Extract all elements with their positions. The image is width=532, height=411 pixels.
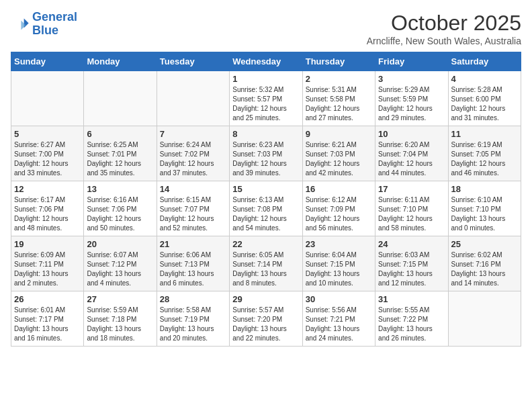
day-cell: 11Sunrise: 6:19 AM Sunset: 7:05 PM Dayli… — [448, 126, 521, 181]
day-number: 24 — [378, 239, 445, 249]
day-detail: Sunrise: 5:31 AM Sunset: 5:58 PM Dayligh… — [306, 85, 372, 123]
day-number: 7 — [160, 129, 226, 139]
calendar-table: SundayMondayTuesdayWednesdayThursdayFrid… — [11, 52, 521, 347]
day-detail: Sunrise: 6:27 AM Sunset: 7:00 PM Dayligh… — [14, 140, 81, 178]
day-detail: Sunrise: 6:23 AM Sunset: 7:03 PM Dayligh… — [232, 140, 299, 178]
day-detail: Sunrise: 5:57 AM Sunset: 7:20 PM Dayligh… — [232, 306, 299, 343]
day-detail: Sunrise: 5:55 AM Sunset: 7:22 PM Dayligh… — [378, 306, 445, 343]
weekday-header-wednesday: Wednesday — [230, 52, 302, 71]
day-detail: Sunrise: 5:28 AM Sunset: 6:00 PM Dayligh… — [451, 85, 518, 123]
day-cell: 8Sunrise: 6:23 AM Sunset: 7:03 PM Daylig… — [230, 126, 302, 181]
day-number: 3 — [378, 74, 445, 84]
day-cell: 5Sunrise: 6:27 AM Sunset: 7:00 PM Daylig… — [11, 126, 84, 181]
week-row-1: 1Sunrise: 5:32 AM Sunset: 5:57 PM Daylig… — [11, 71, 521, 126]
weekday-header-thursday: Thursday — [302, 52, 375, 71]
weekday-header-monday: Monday — [84, 52, 157, 71]
day-detail: Sunrise: 6:13 AM Sunset: 7:08 PM Dayligh… — [232, 195, 299, 233]
weekday-header-row: SundayMondayTuesdayWednesdayThursdayFrid… — [11, 52, 521, 71]
day-number: 17 — [378, 184, 445, 194]
day-number: 18 — [451, 184, 518, 194]
day-number: 20 — [87, 239, 153, 249]
day-cell: 15Sunrise: 6:13 AM Sunset: 7:08 PM Dayli… — [230, 181, 302, 236]
day-cell: 2Sunrise: 5:31 AM Sunset: 5:58 PM Daylig… — [302, 71, 375, 126]
day-detail: Sunrise: 6:06 AM Sunset: 7:13 PM Dayligh… — [160, 250, 226, 288]
day-cell: 9Sunrise: 6:21 AM Sunset: 7:03 PM Daylig… — [302, 126, 375, 181]
weekday-header-tuesday: Tuesday — [157, 52, 229, 71]
day-number: 25 — [451, 239, 518, 249]
week-row-5: 26Sunrise: 6:01 AM Sunset: 7:17 PM Dayli… — [11, 291, 521, 347]
day-cell — [157, 71, 229, 126]
day-number: 30 — [306, 294, 372, 304]
day-number: 27 — [87, 294, 153, 304]
day-cell: 4Sunrise: 5:28 AM Sunset: 6:00 PM Daylig… — [448, 71, 521, 126]
day-detail: Sunrise: 6:04 AM Sunset: 7:15 PM Dayligh… — [306, 250, 372, 288]
day-detail: Sunrise: 5:32 AM Sunset: 5:57 PM Dayligh… — [232, 85, 299, 123]
day-number: 8 — [232, 129, 299, 139]
day-detail: Sunrise: 5:58 AM Sunset: 7:19 PM Dayligh… — [160, 306, 226, 343]
day-cell: 19Sunrise: 6:09 AM Sunset: 7:11 PM Dayli… — [11, 236, 84, 291]
day-detail: Sunrise: 5:29 AM Sunset: 5:59 PM Dayligh… — [378, 85, 445, 123]
day-number: 11 — [451, 129, 518, 139]
day-detail: Sunrise: 6:05 AM Sunset: 7:14 PM Dayligh… — [232, 250, 299, 288]
day-number: 28 — [160, 294, 226, 304]
logo-line2: Blue — [32, 24, 58, 37]
day-cell: 23Sunrise: 6:04 AM Sunset: 7:15 PM Dayli… — [302, 236, 375, 291]
day-cell: 30Sunrise: 5:56 AM Sunset: 7:21 PM Dayli… — [302, 291, 375, 347]
day-cell — [11, 71, 84, 126]
day-cell: 1Sunrise: 5:32 AM Sunset: 5:57 PM Daylig… — [230, 71, 302, 126]
day-cell: 28Sunrise: 5:58 AM Sunset: 7:19 PM Dayli… — [157, 291, 229, 347]
day-number: 4 — [451, 74, 518, 84]
day-detail: Sunrise: 6:11 AM Sunset: 7:10 PM Dayligh… — [378, 195, 445, 233]
month-title: October 2025 — [367, 11, 521, 36]
day-cell: 14Sunrise: 6:15 AM Sunset: 7:07 PM Dayli… — [157, 181, 229, 236]
day-cell: 12Sunrise: 6:17 AM Sunset: 7:06 PM Dayli… — [11, 181, 84, 236]
weekday-header-friday: Friday — [375, 52, 448, 71]
day-cell: 25Sunrise: 6:02 AM Sunset: 7:16 PM Dayli… — [448, 236, 521, 291]
day-cell: 21Sunrise: 6:06 AM Sunset: 7:13 PM Dayli… — [157, 236, 229, 291]
week-row-3: 12Sunrise: 6:17 AM Sunset: 7:06 PM Dayli… — [11, 181, 521, 236]
logo-line1: General — [32, 10, 77, 24]
day-detail: Sunrise: 5:56 AM Sunset: 7:21 PM Dayligh… — [306, 306, 372, 343]
page-header: General Blue October 2025 Arncliffe, New… — [11, 11, 521, 46]
logo-icon — [11, 15, 30, 34]
week-row-2: 5Sunrise: 6:27 AM Sunset: 7:00 PM Daylig… — [11, 126, 521, 181]
day-number: 5 — [14, 129, 81, 139]
day-number: 19 — [14, 239, 81, 249]
day-detail: Sunrise: 6:25 AM Sunset: 7:01 PM Dayligh… — [87, 140, 153, 178]
day-number: 14 — [160, 184, 226, 194]
day-detail: Sunrise: 6:12 AM Sunset: 7:09 PM Dayligh… — [306, 195, 372, 233]
day-detail: Sunrise: 6:01 AM Sunset: 7:17 PM Dayligh… — [14, 306, 81, 343]
logo-text: General Blue — [32, 11, 77, 38]
day-number: 23 — [306, 239, 372, 249]
day-number: 26 — [14, 294, 81, 304]
location-subtitle: Arncliffe, New South Wales, Australia — [367, 36, 521, 46]
day-number: 29 — [232, 294, 299, 304]
day-number: 31 — [378, 294, 445, 304]
day-number: 16 — [306, 184, 372, 194]
day-detail: Sunrise: 6:16 AM Sunset: 7:06 PM Dayligh… — [87, 195, 153, 233]
day-cell — [448, 291, 521, 347]
title-block: October 2025 Arncliffe, New South Wales,… — [367, 11, 521, 46]
day-detail: Sunrise: 6:21 AM Sunset: 7:03 PM Dayligh… — [306, 140, 372, 178]
day-cell: 6Sunrise: 6:25 AM Sunset: 7:01 PM Daylig… — [84, 126, 157, 181]
svg-marker-0 — [24, 18, 29, 28]
day-cell — [84, 71, 157, 126]
day-detail: Sunrise: 6:10 AM Sunset: 7:10 PM Dayligh… — [451, 195, 518, 233]
day-detail: Sunrise: 6:15 AM Sunset: 7:07 PM Dayligh… — [160, 195, 226, 233]
weekday-header-saturday: Saturday — [448, 52, 521, 71]
day-cell: 26Sunrise: 6:01 AM Sunset: 7:17 PM Dayli… — [11, 291, 84, 347]
day-number: 13 — [87, 184, 153, 194]
day-detail: Sunrise: 6:24 AM Sunset: 7:02 PM Dayligh… — [160, 140, 226, 178]
day-number: 2 — [306, 74, 372, 84]
day-cell: 17Sunrise: 6:11 AM Sunset: 7:10 PM Dayli… — [375, 181, 448, 236]
day-number: 9 — [306, 129, 372, 139]
day-number: 15 — [232, 184, 299, 194]
day-number: 12 — [14, 184, 81, 194]
day-cell: 7Sunrise: 6:24 AM Sunset: 7:02 PM Daylig… — [157, 126, 229, 181]
day-number: 22 — [232, 239, 299, 249]
day-cell: 24Sunrise: 6:03 AM Sunset: 7:15 PM Dayli… — [375, 236, 448, 291]
day-cell: 27Sunrise: 5:59 AM Sunset: 7:18 PM Dayli… — [84, 291, 157, 347]
day-cell: 3Sunrise: 5:29 AM Sunset: 5:59 PM Daylig… — [375, 71, 448, 126]
day-cell: 31Sunrise: 5:55 AM Sunset: 7:22 PM Dayli… — [375, 291, 448, 347]
day-detail: Sunrise: 6:17 AM Sunset: 7:06 PM Dayligh… — [14, 195, 81, 233]
